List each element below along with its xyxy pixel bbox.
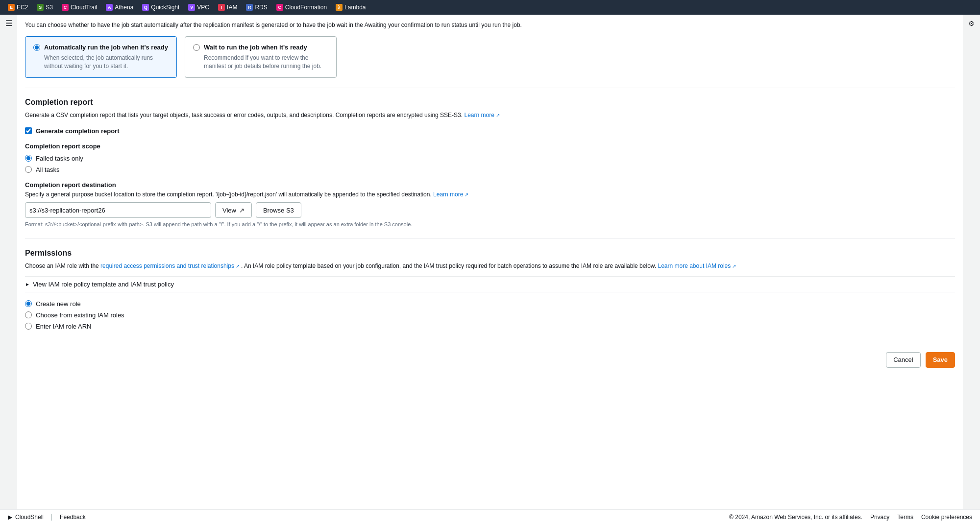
cloudformation-icon: C [276,4,283,11]
permissions-section: Permissions Choose an IAM role with the … [25,239,955,344]
nav-lambda[interactable]: λ Lambda [332,3,369,12]
s3-icon: S [37,4,44,11]
completion-report-section: Completion report Generate a CSV complet… [25,88,955,239]
completion-report-desc: Generate a CSV completion report that li… [25,111,955,119]
required-permissions-link[interactable]: required access permissions and trust re… [100,262,240,269]
hamburger-icon: ☰ [5,19,12,28]
nav-cloudtrail[interactable]: C CloudTrail [58,3,101,12]
nav-s3[interactable]: S S3 [33,3,57,12]
save-button[interactable]: Save [926,352,955,368]
auto-run-desc: When selected, the job automatically run… [33,54,169,71]
gear-icon: ⚙ [968,20,975,27]
scope-section: Completion report scope Failed tasks onl… [25,143,955,173]
permissions-title: Permissions [25,249,955,258]
wait-run-desc: Recommended if you want to review the ma… [193,54,328,71]
completion-report-learn-more-link[interactable]: Learn more [464,112,499,119]
job-run-options: Automatically run the job when it's read… [25,36,955,78]
enter-arn-radio[interactable] [25,323,32,330]
choose-existing-role-row: Choose from existing IAM roles [25,311,955,319]
nav-quicksight[interactable]: Q QuickSight [138,3,183,12]
create-new-role-radio[interactable] [25,300,32,307]
collapsible-label: View IAM role policy template and IAM tr… [33,281,174,288]
job-run-description: You can choose whether to have the job s… [25,21,955,29]
destination-learn-more-link[interactable]: Learn more [433,191,468,198]
quicksight-icon: Q [142,4,149,11]
lambda-icon: λ [336,4,343,11]
permissions-desc: Choose an IAM role with the required acc… [25,262,955,270]
destination-input[interactable] [25,202,211,218]
nav-iam[interactable]: I IAM [214,3,241,12]
choose-existing-role-radio[interactable] [25,311,32,318]
view-button[interactable]: View ↗ [215,202,252,218]
vpc-icon: V [188,4,195,11]
iam-icon: I [218,4,225,11]
format-hint: Format: s3://<bucket>/<optional-prefix-w… [25,221,955,228]
nav-cloudformation[interactable]: C CloudFormation [272,3,331,12]
sidebar-toggle-button[interactable]: ☰ [0,15,17,32]
auto-run-radio[interactable] [33,44,40,51]
cloudtrail-icon: C [62,4,69,11]
failed-tasks-row: Failed tasks only [25,155,955,162]
athena-icon: A [106,4,113,11]
external-link-icon: ↗ [239,207,245,214]
all-tasks-row: All tasks [25,166,955,173]
wait-run-radio[interactable] [193,44,200,51]
create-new-role-row: Create new role [25,300,955,308]
failed-tasks-radio[interactable] [25,155,32,162]
nav-rds[interactable]: R RDS [242,3,271,12]
nav-ec2[interactable]: E EC2 [4,3,32,12]
all-tasks-radio[interactable] [25,166,32,173]
settings-button[interactable]: ⚙ [963,15,980,32]
wait-run-card[interactable]: Wait to run the job when it's ready Reco… [185,36,337,78]
destination-desc: Specify a general purpose bucket locatio… [25,191,955,199]
completion-report-title: Completion report [25,98,955,107]
scope-title: Completion report scope [25,143,955,150]
generate-completion-checkbox[interactable] [25,127,32,134]
top-navbar: E EC2 S S3 C CloudTrail A Athena Q Quick… [0,0,980,15]
browse-s3-button[interactable]: Browse S3 [256,202,301,218]
nav-athena[interactable]: A Athena [102,3,137,12]
ec2-icon: E [8,4,15,11]
job-run-section: You can choose whether to have the job s… [25,15,955,88]
auto-run-card[interactable]: Automatically run the job when it's read… [25,36,177,78]
nav-vpc[interactable]: V VPC [184,3,213,12]
action-bar: Cancel Save [25,344,955,372]
iam-roles-learn-more-link[interactable]: Learn more about IAM roles [658,262,736,269]
generate-checkbox-row: Generate completion report [25,127,955,135]
destination-section: Completion report destination Specify a … [25,181,955,229]
destination-input-row: View ↗ Browse S3 [25,202,955,218]
rds-icon: R [246,4,253,11]
generate-checkbox-label: Generate completion report [36,127,119,135]
cancel-button[interactable]: Cancel [886,352,920,368]
collapsible-arrow-icon: ► [25,282,30,287]
iam-policy-collapsible[interactable]: ► View IAM role policy template and IAM … [25,276,955,292]
destination-title: Completion report destination [25,181,955,189]
enter-arn-row: Enter IAM role ARN [25,323,955,330]
main-content: You can choose whether to have the job s… [17,15,963,509]
